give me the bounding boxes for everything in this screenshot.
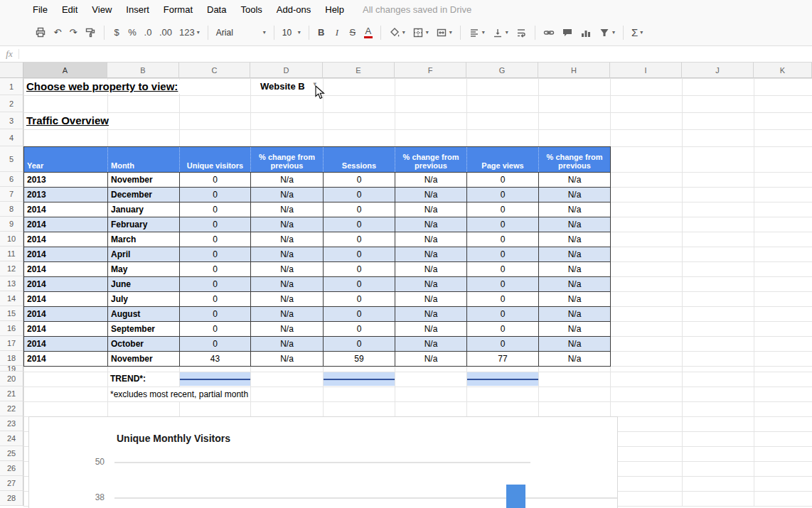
table-cell[interactable]: N/a: [539, 337, 611, 352]
table-cell[interactable]: 2014: [24, 277, 108, 292]
merge-cells-button[interactable]: ▾: [432, 24, 456, 41]
vertical-align-button[interactable]: ▾: [488, 24, 512, 41]
table-cell[interactable]: January: [108, 202, 180, 217]
row-header-12[interactable]: 12: [0, 261, 23, 276]
table-cell[interactable]: N/a: [395, 232, 467, 247]
table-cell[interactable]: 0: [180, 262, 251, 277]
row-header-22[interactable]: 22: [0, 401, 23, 416]
row-header-16[interactable]: 16: [0, 321, 23, 336]
row-header-17[interactable]: 17: [0, 336, 23, 351]
table-cell[interactable]: 0: [180, 217, 251, 232]
table-cell[interactable]: May: [108, 262, 180, 277]
filter-button[interactable]: ▾: [595, 24, 619, 41]
table-cell[interactable]: N/a: [539, 188, 611, 202]
table-cell[interactable]: N/a: [251, 292, 324, 307]
table-cell[interactable]: 0: [324, 173, 395, 188]
row-header-1[interactable]: 1: [0, 78, 23, 95]
table-cell[interactable]: N/a: [539, 262, 611, 277]
undo-button[interactable]: ↶: [50, 24, 65, 41]
row-header-2[interactable]: 2: [0, 95, 23, 112]
table-cell[interactable]: N/a: [251, 217, 324, 232]
row-header-24[interactable]: 24: [0, 431, 23, 446]
table-cell[interactable]: 0: [324, 322, 395, 337]
table-cell[interactable]: July: [108, 292, 180, 307]
table-cell[interactable]: 0: [180, 307, 251, 322]
table-cell[interactable]: 0: [180, 322, 251, 337]
table-cell[interactable]: N/a: [539, 307, 611, 322]
table-cell[interactable]: 2014: [24, 337, 108, 352]
menu-tools[interactable]: Tools: [233, 4, 269, 15]
table-cell[interactable]: 2014: [24, 292, 108, 307]
table-cell[interactable]: 0: [180, 188, 251, 202]
table-cell[interactable]: 0: [324, 202, 395, 217]
table-cell[interactable]: N/a: [395, 322, 467, 337]
column-header-I[interactable]: I: [610, 63, 682, 78]
table-cell[interactable]: 0: [180, 292, 251, 307]
column-header-A[interactable]: A: [23, 63, 107, 78]
table-cell[interactable]: 0: [467, 292, 539, 307]
more-formats-button[interactable]: 123▾: [176, 24, 203, 41]
table-cell[interactable]: 0: [324, 262, 395, 277]
row-header-25[interactable]: 25: [0, 446, 23, 461]
table-cell[interactable]: November: [108, 352, 180, 367]
table-cell[interactable]: 0: [467, 277, 539, 292]
table-cell[interactable]: 0: [180, 277, 251, 292]
table-cell[interactable]: N/a: [395, 277, 467, 292]
column-header-B[interactable]: B: [107, 63, 179, 78]
menu-help[interactable]: Help: [318, 4, 351, 15]
insert-chart-button[interactable]: [577, 24, 595, 41]
row-header-14[interactable]: 14: [0, 291, 23, 306]
table-cell[interactable]: N/a: [251, 202, 324, 217]
text-color-button[interactable]: A: [360, 24, 376, 41]
increase-decimals-button[interactable]: .00: [156, 24, 176, 41]
row-header-18[interactable]: 18: [0, 351, 23, 366]
table-cell[interactable]: 2014: [24, 232, 108, 247]
table-cell[interactable]: 0: [324, 337, 395, 352]
menu-format[interactable]: Format: [156, 4, 200, 15]
table-cell[interactable]: 2014: [24, 217, 108, 232]
table-cell[interactable]: 0: [324, 292, 395, 307]
table-cell[interactable]: N/a: [251, 173, 324, 188]
table-cell[interactable]: 0: [467, 262, 539, 277]
table-cell[interactable]: 0: [324, 232, 395, 247]
table-cell[interactable]: 0: [467, 247, 539, 262]
sparkline-pageviews[interactable]: [467, 372, 538, 386]
row-header-26[interactable]: 26: [0, 461, 23, 476]
row-header-10[interactable]: 10: [0, 232, 23, 247]
row-header-27[interactable]: 27: [0, 476, 23, 491]
row-header-21[interactable]: 21: [0, 387, 23, 401]
table-cell[interactable]: N/a: [251, 322, 324, 337]
table-cell[interactable]: September: [108, 322, 180, 337]
row-header-11[interactable]: 11: [0, 247, 23, 261]
column-header-G[interactable]: G: [466, 63, 538, 78]
insert-link-button[interactable]: [540, 24, 558, 41]
row-header-15[interactable]: 15: [0, 306, 23, 321]
menu-file[interactable]: File: [26, 4, 55, 15]
table-cell[interactable]: 2013: [24, 173, 108, 188]
table-cell[interactable]: N/a: [395, 292, 467, 307]
row-header-19[interactable]: 19: [0, 366, 23, 372]
row-header-20[interactable]: 20: [0, 372, 23, 387]
table-cell[interactable]: N/a: [395, 262, 467, 277]
formula-input[interactable]: [19, 46, 812, 62]
table-cell[interactable]: N/a: [395, 188, 467, 202]
row-header-5[interactable]: 5: [0, 146, 23, 172]
table-cell[interactable]: 0: [467, 322, 539, 337]
row-header-8[interactable]: 8: [0, 202, 23, 217]
menu-insert[interactable]: Insert: [119, 4, 156, 15]
percent-format-button[interactable]: %: [124, 24, 140, 41]
table-cell[interactable]: 2014: [24, 247, 108, 262]
table-cell[interactable]: 0: [324, 277, 395, 292]
embedded-chart-unique-monthly-visitors[interactable]: Unique Monthly Visitors 50 38: [28, 416, 618, 508]
column-header-E[interactable]: E: [323, 63, 395, 78]
table-cell[interactable]: N/a: [251, 188, 324, 202]
table-cell[interactable]: 0: [324, 217, 395, 232]
table-cell[interactable]: 0: [180, 173, 251, 188]
cell-a1[interactable]: Choose web property to view:: [26, 80, 182, 94]
fill-color-button[interactable]: ▾: [385, 24, 409, 41]
table-cell[interactable]: 2014: [24, 202, 108, 217]
row-header-9[interactable]: 9: [0, 217, 23, 232]
font-size-select[interactable]: 10▾: [279, 24, 304, 41]
table-cell[interactable]: N/a: [395, 173, 467, 188]
italic-button[interactable]: I: [329, 24, 345, 41]
